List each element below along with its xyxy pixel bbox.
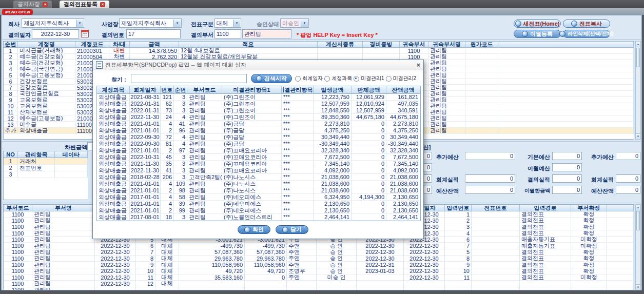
radio-label[interactable]: 회계일자: [302, 75, 323, 82]
column-header[interactable]: NO: [4, 151, 18, 158]
scroll-down-icon[interactable]: ▼: [636, 133, 640, 139]
voucher-type-select[interactable]: 대체 ▼: [214, 18, 241, 28]
radio-label[interactable]: 미결관리2: [393, 75, 417, 82]
menu-open-button[interactable]: MENU OPEN: [2, 9, 33, 15]
column-header[interactable]: 계정명: [18, 42, 75, 48]
table-row[interactable]: 1100관리팀2022-12-3010대체49,72049,720조명우승 인2…: [4, 268, 634, 275]
column-header[interactable]: [607, 205, 634, 211]
table-row[interactable]: 외상매출금2021-01-01299관리팀(주)네오피에스***2,130,65…: [97, 207, 420, 214]
radio-account[interactable]: [324, 76, 330, 82]
table-row[interactable]: 외상매출금2017-01-01458관리팀(주)네오피에스***6,324,95…: [97, 194, 420, 201]
column-header[interactable]: 경비증빙: [363, 42, 400, 48]
search-input[interactable]: [131, 74, 247, 83]
tab-close-icon[interactable]: ×: [100, 2, 105, 7]
column-header[interactable]: 부서코드: [4, 205, 32, 211]
column-header[interactable]: 발생금액: [314, 86, 352, 94]
column-header[interactable]: 미결관리항목2: [282, 86, 314, 94]
column-header[interactable]: [498, 42, 634, 48]
carryover-button[interactable]: 이월등록: [514, 30, 561, 38]
table-row[interactable]: 외상매출금2022-10-31453관리팀(주)꼬매요코리아***7,672,5…: [97, 154, 420, 161]
number-input[interactable]: 17: [126, 29, 181, 38]
date-input[interactable]: 2022-12-30: [32, 29, 79, 38]
calendar-icon[interactable]: [81, 30, 89, 37]
column-header[interactable]: 데이타: [55, 151, 88, 158]
company-select[interactable]: 제일저지주식회사 ▼: [22, 18, 84, 28]
column-header[interactable]: 적요: [179, 42, 318, 48]
column-header[interactable]: 미결관리항목1: [222, 86, 282, 94]
scroll-up-icon[interactable]: ▲: [636, 42, 640, 47]
scroll-thumb[interactable]: [636, 211, 640, 230]
table-row[interactable]: 외상매출금2021-11-30353관리팀(주)꼬매요코리아***7,345,1…: [97, 161, 420, 167]
table-row[interactable]: 외상매출금2017-08-01183관리팀(주)노블인더스트리***2,464,…: [97, 214, 420, 221]
table-row[interactable]: 1100관리팀2022-12-308대체29,963,78029,963,780…: [4, 256, 634, 262]
column-header[interactable]: 계정코드: [75, 42, 109, 48]
table-row[interactable]: 외상매출금2022-09-30724관리팀(주)금담***30,349,4400…: [97, 134, 420, 141]
table-row[interactable]: 1100관리팀2022-12-3011대체35,583,1600주앤미승 인20…: [4, 275, 634, 281]
column-header[interactable]: 차/대: [109, 42, 130, 48]
table-row[interactable]: 1100관리팀: [4, 287, 634, 290]
column-header[interactable]: 전표번호: [472, 205, 520, 211]
column-header[interactable]: 입력경로: [520, 205, 571, 211]
table-row[interactable]: 1100관리팀2022-12-3012대체: [4, 281, 634, 287]
column-header[interactable]: 부서코드: [187, 86, 222, 94]
table-row[interactable]: 외상매출금2021-01-014109관리팀(주)나노시스***21,038,6…: [97, 181, 420, 187]
table-row[interactable]: 외상매출금2022-01-31733관리팀(주)그린조이***12,848,55…: [97, 107, 420, 114]
table-row[interactable]: 외상매출금2018-02-282063고객만족2팀(JJ(주)나노시스***21…: [97, 174, 420, 181]
scroll-up-icon[interactable]: ▲: [636, 205, 640, 210]
column-header[interactable]: 입력번호: [445, 205, 472, 211]
line-delete-button[interactable]: 라인삭제(선택/전체): [563, 30, 610, 38]
table-row[interactable]: 외상매출금2022-01-31623관리팀(주)그린조이***12,507,95…: [97, 101, 420, 107]
column-header[interactable]: 계정과목: [97, 86, 130, 94]
radio-open-item1[interactable]: [354, 76, 359, 82]
bottom-grid-scrollbar[interactable]: ▲ ▼: [635, 204, 641, 290]
column-header[interactable]: 회계일자: [130, 86, 161, 94]
chevron-down-icon[interactable]: ▼: [76, 19, 83, 27]
column-header[interactable]: 잔액금액: [386, 86, 420, 94]
column-header[interactable]: 순번: [4, 42, 18, 48]
table-row[interactable]: 외상매출금2021-01-01441관리팀(주)금담***2,273,81002…: [97, 121, 420, 127]
table-row[interactable]: 1미지급금(거래처)21000301대변14,378,95012월 4대보험료1…: [4, 48, 634, 54]
column-header[interactable]: 계산서종류: [318, 42, 363, 48]
close-icon[interactable]: ×: [416, 62, 420, 68]
close-button[interactable]: 닫기: [276, 225, 308, 234]
radio-label[interactable]: 미결관리1: [361, 75, 384, 82]
column-header[interactable]: 귀속부서: [400, 42, 428, 48]
column-header[interactable]: 부서명: [32, 205, 95, 211]
dept-code-input[interactable]: 1100: [214, 29, 241, 38]
table-row[interactable]: 외상매출금2022-11-30244관리팀(주)그린조이***89,350,36…: [97, 114, 420, 121]
chevron-down-icon[interactable]: ▼: [173, 19, 181, 27]
popup-title-bar[interactable]: 전표세부항목(SPNDCDPop) 팝업 -- 웹 페이지 대화 상자 ×: [93, 60, 423, 70]
chevron-down-icon[interactable]: ▼: [301, 19, 308, 27]
table-row[interactable]: 3: [4, 171, 88, 178]
table-row[interactable]: 1100관리팀2022-12-306대체-499,730-499,730주앤승 …: [4, 243, 634, 249]
search-button[interactable]: 검색시작: [251, 74, 292, 83]
column-header[interactable]: 금액: [130, 42, 179, 48]
column-header[interactable]: 귀속부서명: [428, 42, 465, 48]
column-header[interactable]: 원가코드: [465, 42, 498, 48]
column-header[interactable]: 관리항목: [18, 151, 55, 158]
new-voucher-button[interactable]: 새전표(Home): [514, 19, 561, 28]
table-row[interactable]: 외상매출금2022-11-30413관리팀(주)꼬매요코리아***4,092,0…: [97, 167, 420, 174]
column-header[interactable]: 부서확정: [571, 205, 607, 211]
chevron-down-icon[interactable]: ▼: [233, 19, 240, 27]
tab-close-icon[interactable]: ×: [43, 2, 48, 7]
site-select[interactable]: 제일저지주식회사 ▼: [119, 18, 182, 28]
table-row[interactable]: 외상매출금2021-01-01297관리팀(주)꼬매요코리아***32,328,…: [97, 147, 420, 154]
radio-label[interactable]: 계정과목: [331, 75, 352, 82]
column-header[interactable]: 반제금액: [352, 86, 386, 94]
radio-acct-date[interactable]: [295, 76, 301, 82]
copy-voucher-button[interactable]: 전표복사: [563, 19, 610, 28]
table-row[interactable]: 외상매출금2022-09-30814관리팀(주)금담***-30,349,440…: [97, 141, 420, 147]
radio-open-item2[interactable]: [386, 76, 392, 82]
ok-button[interactable]: 확인: [238, 225, 270, 234]
column-header[interactable]: 번호: [161, 86, 174, 94]
scroll-down-icon[interactable]: ▼: [636, 284, 640, 290]
table-row[interactable]: 2전표번호: [4, 165, 88, 171]
tab-voucher-entry[interactable]: 결의전표등록 ×: [60, 1, 109, 8]
table-row[interactable]: 1100관리팀2022-12-307대체57,087,36057,087,360…: [4, 249, 634, 256]
tab-notice[interactable]: 공지사항 ×: [13, 1, 52, 8]
column-header[interactable]: 순번: [174, 86, 187, 94]
approval-select[interactable]: 미승인 ▼: [280, 18, 309, 28]
main-grid-scrollbar[interactable]: ▲ ▼: [635, 41, 641, 140]
table-row[interactable]: 외상매출금2021-01-01296관리팀(주)금담***4,375,25004…: [97, 127, 420, 134]
